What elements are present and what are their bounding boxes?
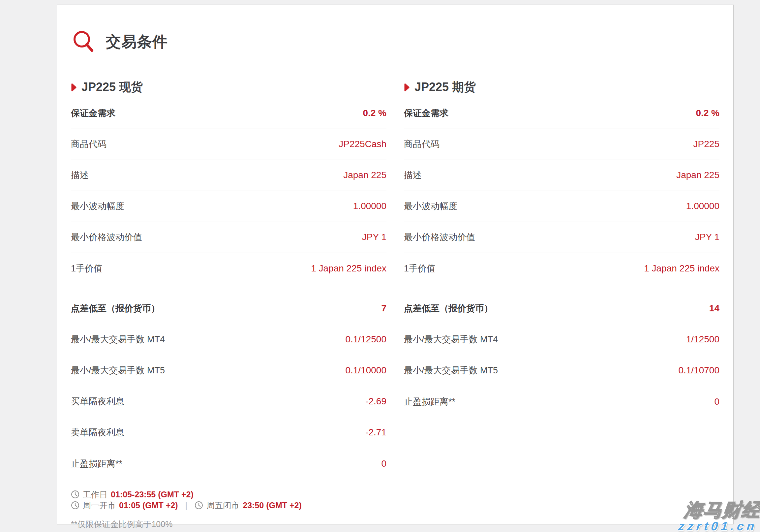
row-label: 最小/最大交易手数 MT4 [71,333,165,345]
page-title: 交易条件 [106,32,168,52]
row-value: JP225Cash [339,139,386,149]
table-row: 最小/最大交易手数 MT41/12500 [404,324,719,355]
card-inner: 交易条件 JP225 现货保证金需求0.2 %商品代码JP225Cash描述Ja… [57,5,733,530]
row-value: 0.1/12500 [345,334,386,345]
triangle-marker-icon [404,83,409,92]
table-row: 最小/最大交易手数 MT50.1/10000 [71,355,386,386]
row-value: 1.00000 [686,201,719,212]
row-value: Japan 225 [343,170,386,180]
table-row: 止盈损距离**0 [404,386,719,417]
row-label: 商品代码 [404,138,440,150]
row-label: 最小波动幅度 [71,200,124,212]
friday-close-time: 23:50 (GMT +2) [243,501,302,510]
weekday-hours-line: 工作日01:05-23:55 (GMT +2) [71,489,386,500]
table-row: 保证金需求0.2 % [71,98,386,129]
table-section: 保证金需求0.2 %商品代码JP225描述Japan 225最小波动幅度1.00… [404,98,719,284]
row-label: 卖单隔夜利息 [71,426,124,438]
row-value: 7 [381,303,386,314]
row-label: 保证金需求 [71,107,116,119]
monday-open-time: 01:05 (GMT +2) [119,501,178,510]
monday-open-label: 周一开市 [83,500,116,511]
row-value: 0.1/10700 [678,365,719,376]
row-label: 买单隔夜利息 [71,396,124,407]
page: 交易条件 JP225 现货保证金需求0.2 %商品代码JP225Cash描述Ja… [0,0,760,532]
table-row: 卖单隔夜利息-2.71 [71,417,386,448]
row-label: 点差低至（报价货币） [404,303,493,314]
table-row: 描述Japan 225 [404,160,719,191]
row-label: 止盈损距离** [71,458,122,470]
row-label: 最小价格波动价值 [404,231,475,243]
row-value: 0 [381,459,386,469]
section-heading: JP225 期货 [404,79,719,95]
clock-icon [71,501,79,509]
table-section: 保证金需求0.2 %商品代码JP225Cash描述Japan 225最小波动幅度… [71,98,386,284]
table-column-jp225-cash: JP225 现货保证金需求0.2 %商品代码JP225Cash描述Japan 2… [71,79,386,530]
trading-hours-footer: 工作日01:05-23:55 (GMT +2)周一开市01:05 (GMT +2… [71,489,386,530]
table-row: 最小/最大交易手数 MT50.1/10700 [404,355,719,386]
table-column-jp225-futures: JP225 期货保证金需求0.2 %商品代码JP225描述Japan 225最小… [404,79,719,530]
table-row: 点差低至（报价货币）14 [404,293,719,324]
open-close-hours-line: 周一开市01:05 (GMT +2)|周五闭市23:50 (GMT +2) [71,500,386,511]
table-row: 商品代码JP225 [404,129,719,160]
row-value: 1/12500 [686,334,719,345]
row-label: 描述 [404,169,422,181]
row-value: 0.2 % [363,108,386,119]
clock-icon [71,490,79,499]
weekday-hours-time: 01:05-23:55 (GMT +2) [111,490,194,499]
trading-conditions-card: 交易条件 JP225 现货保证金需求0.2 %商品代码JP225Cash描述Ja… [57,5,734,524]
row-value: JPY 1 [695,232,719,242]
row-label: 止盈损距离** [404,396,455,408]
friday-close-label: 周五闭市 [207,500,239,511]
row-label: 1手价值 [404,263,436,274]
row-value: 1.00000 [353,201,386,212]
triangle-marker-icon [71,83,76,92]
table-row: 买单隔夜利息-2.69 [71,386,386,417]
table-row: 1手价值1 Japan 225 index [404,253,719,284]
table-row: 最小波动幅度1.00000 [71,191,386,222]
row-value: 0 [714,397,719,407]
row-label: 最小价格波动价值 [71,231,142,243]
table-section: 点差低至（报价货币）7最小/最大交易手数 MT40.1/12500最小/最大交易… [71,293,386,479]
table-row: 最小价格波动价值JPY 1 [71,222,386,253]
row-label: 商品代码 [71,138,107,150]
row-value: -2.69 [365,396,386,407]
table-row: 止盈损距离**0 [71,448,386,479]
table-section: 点差低至（报价货币）14最小/最大交易手数 MT41/12500最小/最大交易手… [404,293,719,417]
tables: JP225 现货保证金需求0.2 %商品代码JP225Cash描述Japan 2… [71,79,719,530]
row-label: 最小/最大交易手数 MT4 [404,333,498,345]
table-row: 描述Japan 225 [71,160,386,191]
section-heading-label: JP225 期货 [414,79,476,95]
weekday-hours-label: 工作日 [83,489,108,500]
row-value: JP225 [693,139,719,149]
table-row: 1手价值1 Japan 225 index [71,253,386,284]
row-label: 1手价值 [71,263,103,274]
row-label: 描述 [71,169,89,181]
table-row: 最小价格波动价值JPY 1 [404,222,719,253]
row-label: 保证金需求 [404,107,449,119]
row-value: 14 [709,303,719,314]
row-value: 1 Japan 225 index [644,263,719,274]
clock-icon [195,501,203,509]
margin-footnote: **仅限保证金比例高于100% [71,519,386,530]
row-label: 最小/最大交易手数 MT5 [71,364,165,376]
row-label: 最小波动幅度 [404,200,457,212]
table-row: 最小波动幅度1.00000 [404,191,719,222]
row-value: -2.71 [365,427,386,438]
page-header: 交易条件 [71,22,719,62]
section-heading: JP225 现货 [71,79,386,95]
row-value: 0.2 % [696,108,719,119]
separator: | [185,500,188,510]
search-icon [71,30,96,54]
section-heading-label: JP225 现货 [81,79,143,95]
table-row: 最小/最大交易手数 MT40.1/12500 [71,324,386,355]
row-label: 最小/最大交易手数 MT5 [404,364,498,376]
row-value: Japan 225 [676,170,719,180]
row-value: JPY 1 [362,232,386,242]
row-value: 0.1/10000 [345,365,386,376]
table-row: 保证金需求0.2 % [404,98,719,129]
row-value: 1 Japan 225 index [311,263,386,274]
table-row: 商品代码JP225Cash [71,129,386,160]
row-label: 点差低至（报价货币） [71,303,160,314]
table-row: 点差低至（报价货币）7 [71,293,386,324]
